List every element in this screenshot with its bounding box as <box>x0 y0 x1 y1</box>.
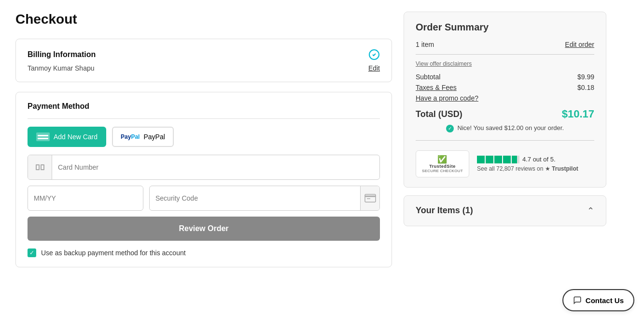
star-1 <box>477 156 485 163</box>
summary-divider-2 <box>416 140 594 141</box>
chip-line-2 <box>41 164 44 170</box>
subtotal-label: Subtotal <box>416 73 440 81</box>
payment-card: Payment Method Add New Card PayPal PayPa… <box>15 92 392 267</box>
billing-edit-button[interactable]: Edit <box>368 64 380 72</box>
tab-new-card[interactable]: Add New Card <box>28 127 106 147</box>
page-container: Checkout Billing Information Tanmoy Kuma… <box>0 0 644 289</box>
mm-yy-input[interactable] <box>28 188 143 209</box>
taxes-link[interactable]: Taxes & Fees <box>416 84 457 91</box>
security-code-group <box>149 186 380 211</box>
billing-check-icon <box>368 49 380 60</box>
star-2 <box>486 156 493 163</box>
left-column: Checkout Billing Information Tanmoy Kuma… <box>15 12 392 277</box>
tab-new-card-label: Add New Card <box>54 133 98 141</box>
order-summary-card: Order Summary 1 item Edit order View off… <box>404 12 606 188</box>
star-5-half <box>512 156 519 163</box>
paypal-icon: PayPal <box>121 133 140 140</box>
card-icon <box>36 132 50 141</box>
card-number-input[interactable] <box>52 157 379 178</box>
checkmark-icon: ✓ <box>29 249 34 256</box>
right-column: Order Summary 1 item Edit order View off… <box>404 12 606 277</box>
taxes-row: Taxes & Fees $0.18 <box>416 84 594 91</box>
card-line-2 <box>38 138 48 139</box>
your-items-card: Your Items (1) ⌃ <box>404 195 606 226</box>
cvv-icon-box <box>360 186 379 210</box>
tab-paypal[interactable]: PayPal PayPal <box>112 127 174 147</box>
trusted-site-badge: ✅ TrustedSite SECURE CHECKOUT <box>416 150 469 177</box>
card-details-row <box>28 186 380 211</box>
total-row: Total (USD) $10.17 <box>416 108 594 120</box>
review-order-button[interactable]: Review Order <box>28 217 380 241</box>
total-value: $10.17 <box>562 108 594 120</box>
tab-paypal-label: PayPal <box>143 133 165 141</box>
payment-title: Payment Method <box>28 102 380 111</box>
backup-payment-row: ✓ Use as backup payment method for this … <box>28 248 380 257</box>
stars-row: 4.7 out of 5. <box>477 156 594 163</box>
shield-icon: ✅ <box>437 155 447 164</box>
rating-text: 4.7 out of 5. <box>522 156 556 163</box>
summary-divider-1 <box>416 54 594 55</box>
trustpilot-logo: Trustpilot <box>552 165 578 172</box>
star-4 <box>503 156 511 163</box>
total-label: Total (USD) <box>416 109 462 119</box>
backup-label: Use as backup payment method for this ac… <box>41 249 186 257</box>
stars <box>477 156 519 163</box>
items-count-row: 1 item Edit order <box>416 41 594 48</box>
billing-customer-name: Tanmoy Kumar Shapu <box>28 64 95 72</box>
payment-divider <box>28 118 380 119</box>
reviews-text: See all 72,807 reviews on <box>477 165 543 172</box>
trusted-site-label: TrustedSite <box>429 164 456 169</box>
security-code-input[interactable] <box>150 188 360 209</box>
trust-row: ✅ TrustedSite SECURE CHECKOUT 4.7 out <box>416 146 594 177</box>
chevron-up-icon[interactable]: ⌃ <box>587 205 594 216</box>
backup-checkbox[interactable]: ✓ <box>28 248 36 257</box>
chip-line-1 <box>36 164 40 170</box>
items-count: 1 item <box>416 41 434 48</box>
your-items-header: Your Items (1) ⌃ <box>416 205 594 216</box>
savings-message: ✓ Nice! You saved $12.00 on your order. <box>416 124 594 132</box>
payment-tabs: Add New Card PayPal PayPal <box>28 127 380 147</box>
card-line-1 <box>38 135 48 136</box>
savings-text: Nice! You saved $12.00 on your order. <box>458 124 564 131</box>
billing-info-row: Tanmoy Kumar Shapu Edit <box>28 64 380 72</box>
savings-icon: ✓ <box>446 125 454 132</box>
card-chip-icon-box <box>28 155 52 179</box>
billing-header: Billing Information <box>28 49 380 60</box>
offer-disclaimers-link[interactable]: View offer disclaimers <box>416 60 594 67</box>
mm-yy-group <box>28 186 143 211</box>
promo-link[interactable]: Have a promo code? <box>416 94 594 102</box>
edit-order-button[interactable]: Edit order <box>565 41 594 48</box>
svg-rect-1 <box>365 194 376 202</box>
subtotal-row: Subtotal $9.99 <box>416 73 594 81</box>
subtotal-value: $9.99 <box>577 73 594 81</box>
card-chip-icon <box>36 164 44 170</box>
taxes-value: $0.18 <box>577 84 594 91</box>
billing-title: Billing Information <box>28 50 96 59</box>
order-summary-title: Order Summary <box>416 22 594 33</box>
card-number-group <box>28 155 380 180</box>
star-3 <box>494 156 502 163</box>
trustpilot-link: See all 72,807 reviews on ★ Trustpilot <box>477 165 594 172</box>
trustpilot-info: 4.7 out of 5. See all 72,807 reviews on … <box>477 156 594 172</box>
billing-card: Billing Information Tanmoy Kumar Shapu E… <box>15 39 392 82</box>
your-items-title: Your Items (1) <box>416 205 473 216</box>
cvv-icon <box>364 194 376 203</box>
trusted-site-sublabel: SECURE CHECKOUT <box>422 169 463 173</box>
page-title: Checkout <box>15 12 392 27</box>
